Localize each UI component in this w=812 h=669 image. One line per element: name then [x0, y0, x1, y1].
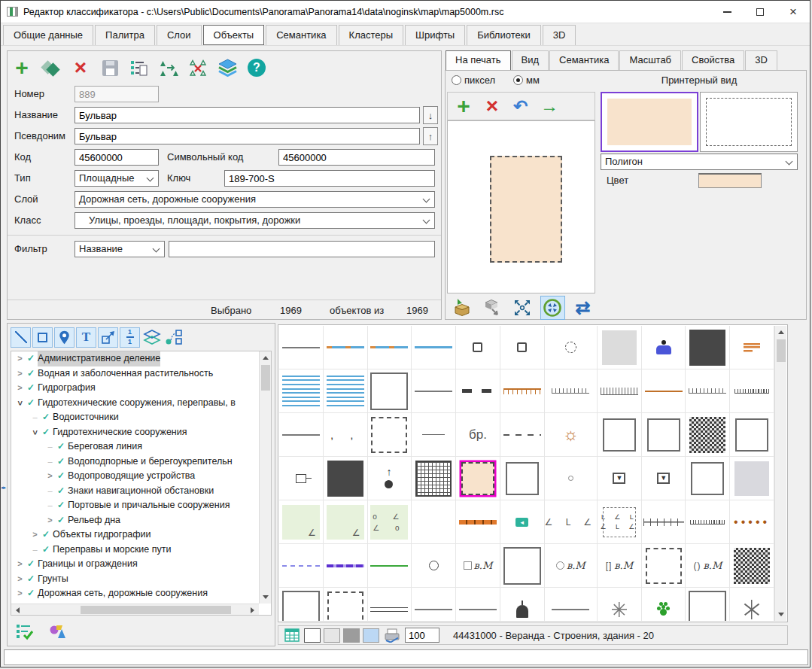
scroll-up-button[interactable]: [260, 351, 272, 363]
check-icon[interactable]: ✓: [57, 484, 65, 499]
symbol-cell[interactable]: [456, 500, 500, 544]
print-preview-button[interactable]: [382, 627, 402, 643]
view-tab-semantics[interactable]: Семантика: [549, 50, 619, 70]
tree-toggle-icon[interactable]: >: [14, 572, 26, 587]
symbol-cell[interactable]: [686, 588, 730, 621]
bg-blue-swatch[interactable]: [363, 628, 379, 643]
tree-toggle-icon[interactable]: >: [28, 427, 43, 438]
tree-item[interactable]: –✓Переправы и морские пути: [11, 543, 259, 558]
symbol-cell[interactable]: [456, 326, 500, 369]
copy-list-button[interactable]: [128, 56, 151, 79]
symbol-cell[interactable]: [730, 544, 774, 588]
primitive-swatch-selected[interactable]: [601, 92, 698, 152]
check-icon[interactable]: ✓: [27, 586, 35, 601]
symbol-cell[interactable]: [368, 457, 412, 500]
tree-item[interactable]: >✓Гидрография: [11, 381, 259, 396]
3d-objects-button[interactable]: [47, 620, 69, 643]
tree-toggle-icon[interactable]: >: [14, 381, 26, 396]
scale-objects-button[interactable]: 11: [120, 327, 140, 348]
import-box-button[interactable]: [450, 296, 475, 320]
tab-3d[interactable]: 3D: [543, 25, 576, 45]
tree-horizontal-scrollbar[interactable]: [11, 604, 259, 615]
view-tab-scale[interactable]: Масштаб: [619, 50, 681, 70]
symbol-cell[interactable]: [730, 457, 774, 500]
symbol-cell[interactable]: [500, 326, 545, 369]
symbol-cell[interactable]: ∠ L ∠: [545, 500, 598, 544]
undo-button[interactable]: ↶: [509, 95, 532, 117]
add-object-button[interactable]: +: [11, 56, 33, 79]
check-icon[interactable]: ✓: [27, 381, 35, 396]
check-icon[interactable]: ✓: [42, 543, 50, 558]
object-list-button[interactable]: [14, 620, 36, 643]
color-chip[interactable]: [698, 173, 762, 188]
symbol-cell[interactable]: [368, 544, 412, 588]
symbol-cell-selected[interactable]: [456, 457, 500, 500]
point-objects-button[interactable]: [54, 327, 75, 348]
symbol-cell[interactable]: [324, 544, 368, 588]
symbol-cell[interactable]: [324, 500, 368, 544]
tree-item[interactable]: >✓Границы и ограждения: [11, 557, 259, 572]
symbol-cell[interactable]: []в.М: [598, 544, 642, 588]
zoom-input[interactable]: [405, 628, 439, 643]
tree-toggle-icon[interactable]: >: [14, 351, 26, 366]
help-button[interactable]: ?: [245, 56, 268, 79]
symbol-cell[interactable]: [686, 500, 730, 544]
symbol-cell[interactable]: [412, 544, 456, 588]
symbol-cell[interactable]: ()в.М: [686, 544, 730, 588]
symbol-cell[interactable]: [642, 544, 686, 588]
symbol-cell[interactable]: [412, 413, 456, 457]
symbol-cell[interactable]: [324, 457, 368, 500]
check-icon[interactable]: ✓: [27, 396, 35, 411]
grid-vertical-scrollbar[interactable]: [774, 326, 786, 621]
symbol-cell[interactable]: [279, 457, 324, 500]
table-view-button[interactable]: [283, 627, 301, 643]
symbol-cell[interactable]: [642, 369, 686, 413]
symbol-cell[interactable]: [279, 413, 324, 457]
symbol-cell[interactable]: [642, 413, 686, 457]
symbol-cell[interactable]: [730, 500, 774, 544]
symbol-cell[interactable]: [642, 326, 686, 369]
symbol-cell[interactable]: [368, 588, 412, 621]
filter-text-input[interactable]: [169, 241, 435, 257]
symbol-cell[interactable]: [545, 588, 598, 621]
symbol-cell[interactable]: [730, 369, 774, 413]
fit-view-button[interactable]: [540, 296, 565, 320]
alias-up-button[interactable]: ↑: [423, 127, 438, 145]
check-icon[interactable]: ✓: [57, 498, 65, 513]
tree-item[interactable]: >✓Рельеф дна: [11, 513, 259, 528]
symbol-cell[interactable]: [598, 413, 642, 457]
bg-white-swatch[interactable]: [304, 628, 321, 643]
symbol-cell[interactable]: [686, 413, 730, 457]
tree-item[interactable]: >✓Водопроводящие устройства: [11, 469, 259, 484]
scroll-left-button[interactable]: [11, 604, 23, 616]
scroll-thumb[interactable]: [81, 606, 231, 614]
symbol-cell[interactable]: в.М: [545, 544, 598, 588]
symbol-cell[interactable]: [279, 369, 324, 413]
symbol-cell[interactable]: [598, 369, 642, 413]
unit-mm-radio[interactable]: мм: [513, 75, 540, 86]
maximize-button[interactable]: [744, 1, 777, 23]
symbol-cell[interactable]: [545, 369, 598, 413]
symbol-cell[interactable]: [642, 588, 686, 621]
bg-darkgray-swatch[interactable]: [343, 628, 360, 643]
symbol-cell[interactable]: [368, 413, 412, 457]
check-icon[interactable]: ✓: [57, 455, 65, 470]
symbol-cell[interactable]: [730, 413, 774, 457]
close-button[interactable]: ×: [777, 1, 810, 23]
text-objects-button[interactable]: T: [76, 327, 96, 348]
code-field[interactable]: [75, 149, 159, 166]
layer-select[interactable]: Дорожная сеть, дорожные сооружения: [75, 191, 435, 208]
symbol-cell[interactable]: [730, 588, 774, 621]
scroll-thumb[interactable]: [777, 339, 786, 362]
tab-palette[interactable]: Палитра: [95, 25, 155, 45]
tab-fonts[interactable]: Шрифты: [405, 25, 465, 45]
name-down-button[interactable]: ↓: [423, 106, 438, 124]
symbol-cell[interactable]: [500, 369, 545, 413]
tree-item[interactable]: >✓Административное деление: [11, 351, 259, 366]
view-tab-properties[interactable]: Свойства: [682, 50, 744, 70]
tree-item[interactable]: >✓Грунты: [11, 572, 259, 587]
symbol-cell[interactable]: [456, 369, 500, 413]
tab-libraries[interactable]: Библиотеки: [467, 25, 540, 45]
tree-item[interactable]: >✓Гидротехнические сооружения, переправы…: [11, 396, 259, 411]
area-objects-button[interactable]: [32, 327, 53, 348]
